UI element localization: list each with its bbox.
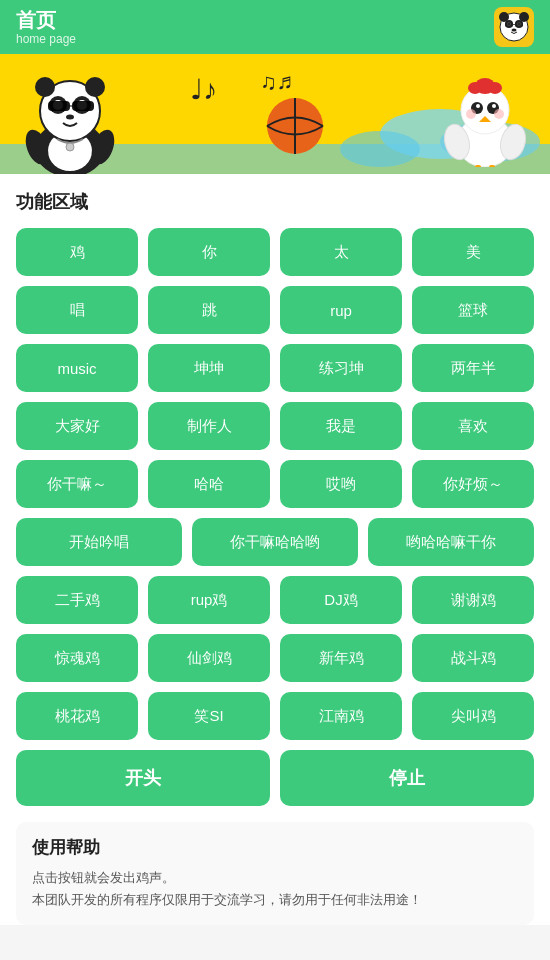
help-text1: 点击按钮就会发出鸡声。 bbox=[32, 867, 518, 889]
svg-point-17 bbox=[340, 131, 420, 167]
btn-zhandouji[interactable]: 战斗鸡 bbox=[412, 634, 534, 682]
btn-chang[interactable]: 唱 bbox=[16, 286, 138, 334]
svg-point-42 bbox=[488, 82, 502, 94]
btn-ni[interactable]: 你 bbox=[148, 228, 270, 276]
btn-dajiahao[interactable]: 大家好 bbox=[16, 402, 138, 450]
main-content: 功能区域 鸡 你 太 美 唱 跳 rup 篮球 music 坤坤 练习坤 两年半… bbox=[0, 174, 550, 925]
header: 首页 home page bbox=[0, 0, 550, 54]
btn-ji[interactable]: 鸡 bbox=[16, 228, 138, 276]
btn-woshi[interactable]: 我是 bbox=[280, 402, 402, 450]
svg-point-9 bbox=[512, 29, 517, 32]
button-row-8: 惊魂鸡 仙剑鸡 新年鸡 战斗鸡 bbox=[16, 634, 534, 682]
header-title: 首页 bbox=[16, 8, 76, 32]
button-row-5: 你干嘛～ 哈哈 哎哟 你好烦～ bbox=[16, 460, 534, 508]
btn-xihuan[interactable]: 喜欢 bbox=[412, 402, 534, 450]
btn-jianjiaoji[interactable]: 尖叫鸡 bbox=[412, 692, 534, 740]
svg-point-48 bbox=[466, 109, 476, 119]
svg-text:♫♬: ♫♬ bbox=[260, 69, 293, 94]
banner: ♩♪ ♫♬ bbox=[0, 54, 550, 174]
btn-liangnianban[interactable]: 两年半 bbox=[412, 344, 534, 392]
action-row: 开头 停止 bbox=[16, 750, 534, 806]
btn-kunkun[interactable]: 坤坤 bbox=[148, 344, 270, 392]
section-title: 功能区域 bbox=[16, 190, 534, 214]
svg-rect-10 bbox=[505, 22, 513, 27]
svg-point-45 bbox=[476, 104, 480, 108]
btn-ershouji[interactable]: 二手鸡 bbox=[16, 576, 138, 624]
avatar bbox=[494, 7, 534, 47]
btn-xiejieji[interactable]: 谢谢鸡 bbox=[412, 576, 534, 624]
btn-jinghungji[interactable]: 惊魂鸡 bbox=[16, 634, 138, 682]
svg-point-37 bbox=[66, 143, 74, 151]
help-section: 使用帮助 点击按钮就会发出鸡声。 本团队开发的所有程序仅限用于交流学习，请勿用于… bbox=[16, 822, 534, 925]
help-text2: 本团队开发的所有程序仅限用于交流学习，请勿用于任何非法用途！ bbox=[32, 889, 518, 911]
btn-haha-ganna-ni[interactable]: 哟哈哈嘛干你 bbox=[368, 518, 534, 566]
svg-rect-31 bbox=[48, 101, 70, 111]
svg-rect-11 bbox=[515, 22, 523, 27]
button-row-7: 二手鸡 rup鸡 DJ鸡 谢谢鸡 bbox=[16, 576, 534, 624]
btn-zhizuoren[interactable]: 制作人 bbox=[148, 402, 270, 450]
button-row-6: 开始吟唱 你干嘛哈哈哟 哟哈哈嘛干你 bbox=[16, 518, 534, 566]
button-row-4: 大家好 制作人 我是 喜欢 bbox=[16, 402, 534, 450]
btn-niganna[interactable]: 你干嘛～ bbox=[16, 460, 138, 508]
svg-point-46 bbox=[492, 104, 496, 108]
start-button[interactable]: 开头 bbox=[16, 750, 270, 806]
header-subtitle: home page bbox=[16, 32, 76, 46]
btn-xiaosi[interactable]: 笑SI bbox=[148, 692, 270, 740]
button-row-3: music 坤坤 练习坤 两年半 bbox=[16, 344, 534, 392]
btn-taohuaji[interactable]: 桃花鸡 bbox=[16, 692, 138, 740]
btn-xinnannji[interactable]: 新年鸡 bbox=[280, 634, 402, 682]
btn-tai[interactable]: 太 bbox=[280, 228, 402, 276]
svg-point-34 bbox=[66, 115, 74, 120]
btn-lianxikun[interactable]: 练习坤 bbox=[280, 344, 402, 392]
btn-rupji[interactable]: rup鸡 bbox=[148, 576, 270, 624]
svg-point-41 bbox=[468, 82, 482, 94]
svg-point-26 bbox=[85, 77, 105, 97]
btn-djji[interactable]: DJ鸡 bbox=[280, 576, 402, 624]
btn-kaishiyinchang[interactable]: 开始吟唱 bbox=[16, 518, 182, 566]
btn-tiao[interactable]: 跳 bbox=[148, 286, 270, 334]
btn-rup[interactable]: rup bbox=[280, 286, 402, 334]
svg-rect-32 bbox=[72, 101, 94, 111]
button-row-2: 唱 跳 rup 篮球 bbox=[16, 286, 534, 334]
btn-music[interactable]: music bbox=[16, 344, 138, 392]
btn-haha[interactable]: 哈哈 bbox=[148, 460, 270, 508]
btn-niganna-haha[interactable]: 你干嘛哈哈哟 bbox=[192, 518, 358, 566]
btn-mei[interactable]: 美 bbox=[412, 228, 534, 276]
button-row-9: 桃花鸡 笑SI 江南鸡 尖叫鸡 bbox=[16, 692, 534, 740]
svg-text:♩♪: ♩♪ bbox=[190, 74, 217, 105]
button-row-1: 鸡 你 太 美 bbox=[16, 228, 534, 276]
btn-aiyou[interactable]: 哎哟 bbox=[280, 460, 402, 508]
btn-xianjianji[interactable]: 仙剑鸡 bbox=[148, 634, 270, 682]
svg-point-25 bbox=[35, 77, 55, 97]
help-title: 使用帮助 bbox=[32, 836, 518, 859]
stop-button[interactable]: 停止 bbox=[280, 750, 534, 806]
header-title-block: 首页 home page bbox=[16, 8, 76, 46]
btn-nihaonan[interactable]: 你好烦～ bbox=[412, 460, 534, 508]
btn-jiangnanji[interactable]: 江南鸡 bbox=[280, 692, 402, 740]
btn-lanqiu[interactable]: 篮球 bbox=[412, 286, 534, 334]
svg-point-49 bbox=[494, 109, 504, 119]
